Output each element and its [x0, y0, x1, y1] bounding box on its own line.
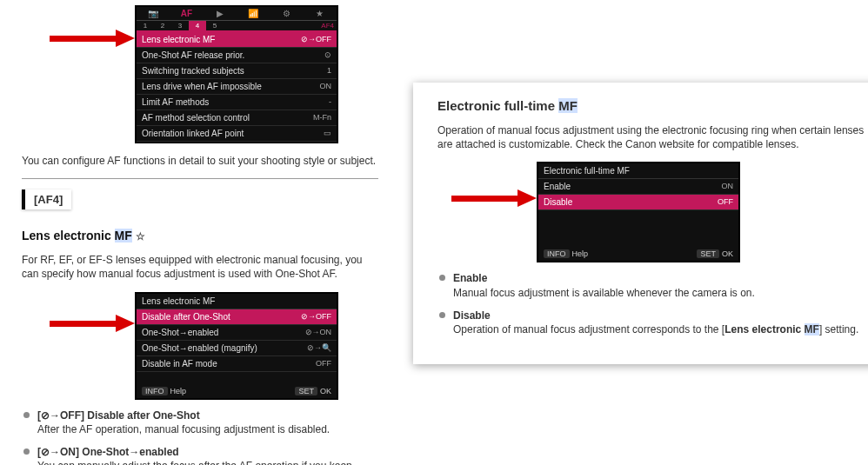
- svg-rect-4: [451, 196, 517, 202]
- menu-row: Disable after One-Shot⊘→OFF: [137, 309, 337, 325]
- menu-row: Limit AF methods-: [137, 95, 337, 110]
- svg-rect-0: [50, 36, 116, 42]
- menu-footer: INFOHelp SETOK: [538, 247, 738, 261]
- option-item: [⊘→OFF] Disable after One-Shot After the…: [22, 409, 378, 436]
- subtab-3: 3: [171, 21, 189, 30]
- svg-marker-3: [116, 315, 135, 332]
- tab-play: ▶: [204, 7, 237, 20]
- lens-mf-para: For RF, EF, or EF-S lenses equipped with…: [22, 253, 378, 281]
- menu-title: Lens electronic MF: [137, 294, 337, 309]
- subtab-1: 1: [137, 21, 154, 30]
- camera-menu-af4: 📷 AF ▶ 📶 ⚙ ★ 1 2 3 4 5 AF4 Lens electron…: [135, 5, 338, 143]
- svg-rect-2: [50, 321, 116, 327]
- menu-row: Switching tracked subjects1: [137, 63, 337, 79]
- option-item: Disable Operation of manual focus adjust…: [437, 309, 868, 336]
- menu-row: Orientation linked AF point▭: [137, 126, 337, 142]
- menu-row: Lens drive when AF impossibleON: [137, 79, 337, 95]
- arrow-icon: [451, 188, 537, 209]
- option-list: [⊘→OFF] Disable after One-Shot After the…: [22, 409, 378, 465]
- arrow-icon: [50, 313, 135, 334]
- svg-marker-5: [517, 189, 537, 207]
- left-column: 📷 AF ▶ 📶 ⚙ ★ 1 2 3 4 5 AF4 Lens electron…: [22, 5, 378, 465]
- option-list: Enable Manual focus adjustment is availa…: [437, 271, 868, 336]
- arrow-icon: [50, 28, 135, 49]
- fulltime-mf-para: Operation of manual focus adjustment usi…: [437, 123, 868, 151]
- tab-camera: 📷: [137, 7, 170, 20]
- right-panel: Electronic full-time MF Operation of man…: [413, 83, 868, 364]
- tab-fav: ★: [304, 7, 337, 20]
- star-icon: ☆: [136, 230, 145, 242]
- menu-row: AF method selection controlM-Fn: [137, 110, 337, 126]
- fulltime-mf-heading: Electronic full-time MF: [437, 98, 868, 113]
- tab-wireless: 📶: [237, 7, 270, 20]
- tab-af: AF: [170, 7, 203, 20]
- menu-row: EnableON: [538, 179, 738, 195]
- subtab-tag: AF4: [318, 21, 337, 30]
- option-item: [⊘→ON] One-Shot→enabled You can manually…: [22, 445, 378, 465]
- menu-row: Disable in AF modeOFF: [137, 356, 337, 372]
- menu-row: DisableOFF: [538, 195, 738, 210]
- option-item: Enable Manual focus adjustment is availa…: [437, 271, 868, 299]
- menu-row: One-Shot→enabled⊘→ON: [137, 325, 337, 341]
- lens-mf-heading: Lens electronic MF ☆: [22, 229, 378, 242]
- subtab-5: 5: [206, 21, 224, 30]
- subtab-4: 4: [189, 21, 206, 30]
- subtab-2: 2: [154, 21, 171, 30]
- menu-title: Electronic full-time MF: [538, 163, 738, 179]
- menu-row: One-Shot AF release prior.⊙: [137, 48, 337, 63]
- svg-marker-1: [116, 30, 135, 47]
- section-tag: [AF4]: [22, 189, 71, 209]
- divider: [22, 178, 378, 179]
- menu-row: One-Shot→enabled (magnify)⊘→🔍: [137, 341, 337, 356]
- tab-settings: ⚙: [270, 7, 303, 20]
- menu-row: Lens electronic MF⊘→OFF: [137, 32, 337, 48]
- menu-footer: INFOHelp SETOK: [137, 384, 337, 398]
- camera-menu-fulltime-mf: Electronic full-time MF EnableON Disable…: [537, 162, 740, 262]
- camera-menu-lens-mf: Lens electronic MF Disable after One-Sho…: [135, 292, 338, 400]
- intro-text: You can configure AF functions in detail…: [22, 154, 378, 168]
